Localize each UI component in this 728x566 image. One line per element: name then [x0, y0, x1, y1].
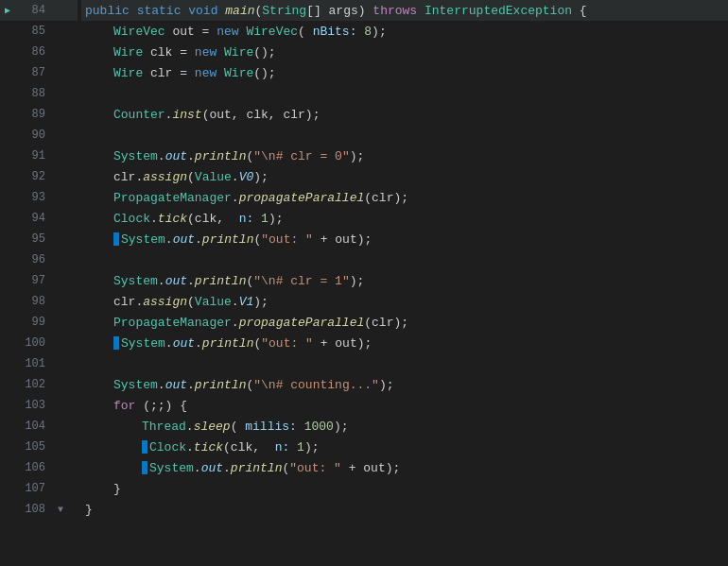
gutter-row: 106 [0, 457, 78, 478]
token-plain: ); [269, 212, 284, 226]
token-plain: clk = [143, 45, 195, 60]
execution-indicator [113, 336, 119, 350]
token-method: tick [158, 212, 187, 226]
token-plain: clr. [113, 295, 143, 309]
gutter-row: 107 [0, 478, 78, 499]
token-plain: . [232, 170, 239, 184]
token-plain: . [232, 295, 239, 309]
gutter-row: 103 [0, 395, 78, 416]
token-type: Value [195, 170, 232, 184]
token-plain [217, 66, 224, 80]
token-method: println [231, 461, 283, 475]
line-number: 97 [15, 274, 53, 287]
token-field: out [201, 461, 223, 475]
token-type: System [121, 232, 165, 247]
fold-area: ▼ [53, 505, 68, 515]
token-type: Value [195, 295, 232, 309]
token-plain: . [232, 191, 239, 205]
token-plain: out = [165, 25, 217, 39]
token-plain: + out); [313, 232, 372, 247]
token-method: sleep [194, 420, 231, 434]
line-number: 99 [15, 316, 53, 329]
token-plain: ); [379, 378, 394, 392]
token-plain: ); [253, 170, 269, 184]
token-plain: (clr); [364, 316, 408, 330]
token-plain: . [187, 274, 195, 288]
line-number: 104 [15, 420, 53, 433]
token-type: System [113, 378, 158, 392]
code-line [81, 125, 728, 146]
token-type: System [149, 461, 194, 475]
token-method: println [195, 149, 247, 163]
code-area: public static void main(String[] args) t… [78, 0, 728, 566]
code-editor: ▶848586878889909192939495969798991001011… [0, 0, 728, 566]
execution-indicator [142, 440, 147, 454]
fold-button[interactable]: ▼ [58, 505, 63, 515]
token-number: 1000 [304, 420, 334, 434]
code-line [81, 249, 728, 270]
token-plain: ); [304, 440, 320, 455]
token-kw: new [195, 66, 217, 80]
token-plain: . [158, 149, 165, 163]
token-plain: ( [246, 378, 253, 392]
gutter-row: ▶84 [0, 0, 78, 21]
token-field: out [173, 336, 195, 351]
token-method: tick [194, 440, 223, 455]
token-plain: + out); [341, 461, 400, 475]
token-method: inst [172, 108, 201, 122]
token-plain: ( [255, 4, 263, 18]
line-number: 92 [15, 170, 53, 183]
token-method: println [195, 274, 247, 288]
token-plain [253, 212, 261, 226]
code-line: } [81, 499, 728, 520]
token-plain: . [150, 212, 158, 226]
token-plain: } [113, 482, 121, 496]
token-plain [239, 25, 247, 39]
line-number: 87 [15, 66, 53, 79]
token-plain: { [572, 4, 587, 18]
token-plain: (out, clk, clr); [202, 108, 321, 122]
gutter-row: 99 [0, 312, 78, 333]
token-plain: ( [298, 25, 313, 39]
token-plain: clr. [113, 170, 143, 184]
token-kw: static [137, 4, 182, 18]
line-number: 106 [15, 461, 53, 474]
line-number: 84 [15, 4, 53, 17]
token-plain: . [187, 378, 195, 392]
token-plain [217, 4, 225, 18]
token-string: "out: " [289, 461, 341, 475]
token-type: WireVec [113, 25, 165, 39]
code-line: PropagateManager.propagateParallel(clr); [81, 312, 728, 333]
token-plain: (clk, [223, 440, 275, 455]
line-number: 105 [15, 440, 53, 454]
token-plain [297, 420, 304, 434]
gutter: ▶848586878889909192939495969798991001011… [0, 0, 78, 566]
token-plain [356, 25, 364, 39]
gutter-row: 104 [0, 416, 78, 437]
token-plain: . [158, 378, 165, 392]
token-inline-hint: n: [275, 440, 290, 455]
token-method: println [202, 232, 254, 247]
token-plain: ); [334, 420, 349, 434]
gutter-row: 86 [0, 42, 78, 62]
token-plain: [] args) [306, 4, 373, 18]
token-type: System [113, 149, 158, 163]
code-line: Clock.tick(clk, n: 1); [81, 208, 728, 229]
token-string: "out: " [261, 336, 313, 351]
gutter-row: 100 [0, 333, 78, 353]
line-number: 98 [15, 295, 53, 308]
line-number: 100 [15, 336, 53, 350]
line-number: 95 [15, 232, 53, 246]
token-plain: ); [350, 274, 365, 288]
token-plain: . [186, 420, 194, 434]
token-type: WireVec [246, 25, 298, 39]
code-line: System.out.println("\n# clr = 0"); [81, 146, 728, 166]
token-plain: ( [282, 461, 289, 475]
token-plain: . [165, 336, 173, 351]
code-line: PropagateManager.propagateParallel(clr); [81, 187, 728, 208]
token-plain: . [165, 232, 173, 247]
run-icon[interactable]: ▶ [0, 5, 15, 16]
token-string: "\n# clr = 1" [253, 274, 349, 288]
token-plain [181, 4, 188, 18]
code-line [81, 353, 728, 374]
